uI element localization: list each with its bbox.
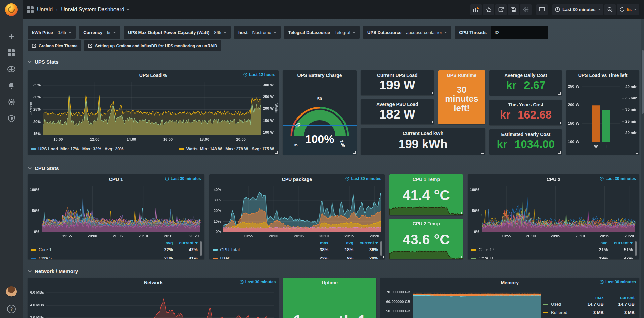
section-header-network-memory[interactable]: Network / Memory — [28, 267, 639, 275]
cpu-threads-input[interactable] — [491, 26, 548, 39]
link-grafana-plex-theme[interactable]: Grafana Plex Theme — [28, 40, 81, 51]
stat-title[interactable]: This Years Cost — [489, 100, 562, 107]
panel-ups-load-vs-time-left: UPS Load vs Time left — [566, 70, 639, 155]
series-name[interactable]: CPU Total — [213, 247, 304, 252]
alerting-bell-icon[interactable] — [7, 82, 15, 90]
legend-sort-avg[interactable]: avg — [583, 241, 608, 245]
save-button[interactable] — [508, 4, 519, 15]
share-button[interactable] — [495, 4, 507, 15]
variable-host[interactable]: host Nostromo — [234, 26, 281, 39]
panel-title[interactable]: Memory — [501, 280, 519, 285]
zoom-out-button[interactable] — [604, 4, 616, 15]
series-swatch — [31, 258, 36, 259]
add-icon[interactable] — [7, 32, 15, 40]
series-name[interactable]: Buffered — [543, 310, 573, 315]
panel-title[interactable]: CPU 1 — [109, 177, 123, 182]
star-button[interactable] — [483, 4, 494, 15]
variable-kwh-price[interactable]: kWh Price 0.65 — [28, 26, 76, 39]
cpu-1-chart[interactable] — [28, 183, 204, 240]
series-swatch — [213, 258, 218, 259]
legend-sort-current[interactable]: current — [353, 241, 378, 245]
variable-ups-max-output[interactable]: UPS Max Output Power Capacity (Watt) 865 — [124, 26, 231, 39]
series-name[interactable]: User — [213, 256, 304, 259]
variable-currency[interactable]: Currency kr — [79, 26, 120, 39]
variable-label: UPS Datasource — [367, 30, 401, 35]
time-picker[interactable]: Last 30 minutes — [552, 4, 603, 15]
cpu-2-chart[interactable] — [468, 183, 639, 240]
legend-sort-current[interactable]: current — [173, 241, 198, 245]
panel-title[interactable]: UPS Battery Charge — [297, 73, 342, 78]
ups-load-chart[interactable] — [28, 79, 279, 145]
stat-value: 41.4 °C — [389, 188, 463, 203]
series-name[interactable]: Core 1 — [31, 247, 148, 252]
add-panel-button[interactable] — [470, 4, 482, 15]
stat-title[interactable]: Current Load kWh — [361, 128, 486, 136]
variable-ups-datasource[interactable]: UPS Datasource apcupsd-container — [363, 26, 451, 39]
legend-scrollbar[interactable] — [635, 241, 637, 256]
legend-current: 41% — [173, 256, 198, 259]
network-chart[interactable] — [28, 286, 279, 318]
legend-scrollbar[interactable] — [380, 241, 382, 256]
stat-value: 182 W — [361, 108, 434, 121]
battery-gauge[interactable]: 0 20 50 100 100% — [283, 79, 357, 155]
legend-sort-max[interactable]: max — [573, 295, 604, 300]
dashboards-icon[interactable] — [7, 49, 15, 57]
link-ups-monitoring-guide[interactable]: Setting up Grafana and InfluxDB for UPS … — [84, 40, 221, 51]
stat-title[interactable]: Average Daily Cost — [489, 70, 562, 78]
ups-load-vs-time-chart[interactable] — [566, 79, 639, 151]
user-avatar[interactable] — [6, 286, 17, 297]
tv-mode-button[interactable] — [536, 4, 548, 15]
panel-title[interactable]: UPS Load % — [139, 73, 167, 78]
legend-row: Core 5 21% 41% — [31, 254, 198, 259]
configuration-gear-icon[interactable] — [7, 98, 15, 106]
memory-chart[interactable] — [380, 286, 543, 318]
series-name[interactable]: Core 5 — [31, 256, 148, 259]
stat-title[interactable]: Average PSU Load — [361, 99, 434, 107]
stat-title[interactable]: Uptime — [283, 278, 376, 285]
section-title: UPS Stats — [35, 59, 59, 65]
help-icon[interactable]: ? — [7, 305, 16, 313]
series-name[interactable]: Used — [543, 302, 573, 307]
breadcrumb-app[interactable]: Unraid — [37, 7, 53, 13]
explore-compass-icon[interactable] — [7, 65, 15, 73]
section-header-cpu-stats[interactable]: CPU Stats — [28, 164, 639, 172]
page-scrollbar[interactable] — [641, 19, 644, 318]
variable-telegraf-datasource[interactable]: Telegraf Datasource Telegraf — [284, 26, 360, 39]
panel-title[interactable]: Network — [144, 280, 163, 285]
server-admin-shield-icon[interactable] — [7, 115, 15, 123]
legend-current: 42% — [173, 247, 198, 252]
dashboard-grid-icon[interactable] — [27, 6, 34, 13]
refresh-button[interactable]: 5s — [617, 4, 639, 15]
legend-current: 20% — [353, 256, 378, 259]
series-name[interactable]: Watts — [186, 147, 198, 151]
dashboard-title[interactable]: Unraid System Dashboard — [61, 7, 129, 13]
stat-title[interactable]: Current UPS Load — [361, 70, 434, 78]
chevron-down-icon — [113, 32, 116, 33]
chevron-down-icon — [634, 9, 637, 10]
grafana-logo-icon[interactable] — [5, 3, 18, 16]
series-swatch — [179, 148, 184, 150]
legend-sort-max[interactable]: max — [304, 241, 328, 245]
stat-title[interactable]: UPS Runtime — [438, 70, 486, 78]
legend-sort-current[interactable]: current — [604, 295, 635, 300]
legend-sort-avg[interactable]: avg — [148, 241, 173, 245]
panel-title[interactable]: CPU 2 — [547, 177, 560, 182]
legend-scrollbar[interactable] — [200, 241, 202, 256]
variable-value: Nostromo — [252, 30, 276, 35]
help-glyph: ? — [10, 306, 13, 312]
series-name[interactable]: Core 16 — [471, 256, 583, 259]
panel-title[interactable]: UPS Load vs Time left — [578, 73, 628, 78]
settings-gear-button[interactable] — [520, 4, 532, 15]
stat-title[interactable]: Estimated Yearly Cost — [489, 129, 562, 137]
cpu-package-chart[interactable] — [209, 183, 385, 240]
legend-sort-current[interactable]: current — [608, 241, 633, 245]
series-name[interactable]: Core 17 — [471, 247, 583, 252]
page-scrollbar-thumb[interactable] — [642, 50, 644, 114]
stat-title[interactable]: CPU 2 Temp — [389, 219, 463, 226]
legend-sort-avg[interactable]: avg — [328, 241, 353, 245]
series-name[interactable]: UPS Load — [38, 147, 58, 151]
panel-title[interactable]: CPU package — [282, 177, 312, 182]
stat-title[interactable]: CPU 1 Temp — [389, 174, 463, 182]
section-header-ups-stats[interactable]: UPS Stats — [28, 57, 639, 66]
cpu-2-legend: avgcurrent Core 17 21% 51% Core 16 19% 4… — [468, 240, 639, 259]
